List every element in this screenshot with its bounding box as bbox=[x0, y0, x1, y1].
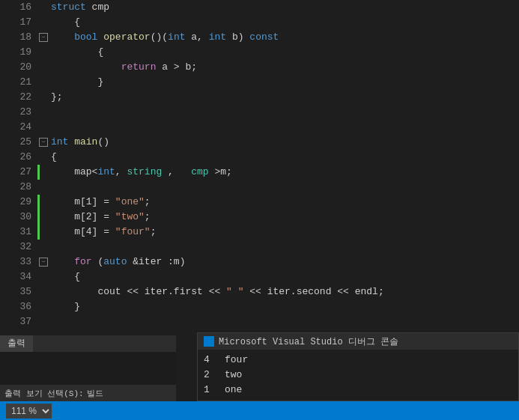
line-number: 17 bbox=[0, 15, 31, 30]
code-line: struct cmp bbox=[48, 0, 519, 15]
gutter-line bbox=[37, 314, 48, 329]
console-line-text: two bbox=[225, 368, 242, 383]
gutter-line bbox=[37, 165, 48, 180]
code-line: }; bbox=[48, 90, 519, 105]
console-line-text: one bbox=[225, 383, 242, 398]
gutter-line bbox=[37, 180, 48, 195]
code-lines[interactable]: struct cmp { bool operator()(int a, int … bbox=[48, 0, 519, 374]
panel-content bbox=[0, 352, 176, 385]
line-number: 37 bbox=[0, 314, 31, 329]
line-number: 23 bbox=[0, 105, 31, 120]
code-line: cout << iter.first << " " << iter.second… bbox=[48, 284, 519, 299]
zoom-dropdown[interactable]: 100 %111 %125 %150 % bbox=[6, 404, 52, 419]
code-line: for (auto &iter :m) bbox=[48, 255, 519, 270]
gutter-line bbox=[37, 195, 48, 210]
panel-footer: 출력 보기 선택(S): 빌드 bbox=[0, 385, 176, 401]
code-line: { bbox=[48, 45, 519, 60]
gutter-line bbox=[37, 0, 48, 15]
code-line bbox=[48, 105, 519, 120]
code-line: { bbox=[48, 270, 519, 284]
gutter-line bbox=[37, 105, 48, 120]
console-line: 4four bbox=[204, 353, 512, 368]
code-container: 1617181920212223242526272829303132333435… bbox=[0, 0, 519, 374]
console-line-num: 2 bbox=[204, 368, 216, 383]
console-overlay: Microsoft Visual Studio 디버그 콘솔 4four2two… bbox=[197, 332, 519, 401]
code-line bbox=[48, 240, 519, 255]
line-number: 22 bbox=[0, 90, 31, 105]
console-line: 2two bbox=[204, 368, 512, 383]
status-bar: 100 %111 %125 %150 % bbox=[0, 401, 519, 420]
gutter-line: − bbox=[37, 255, 48, 270]
collapse-button[interactable]: − bbox=[39, 138, 48, 147]
console-title: Microsoft Visual Studio 디버그 콘솔 bbox=[219, 335, 398, 348]
output-label: 출력 보기 선택(S): bbox=[4, 388, 84, 399]
line-number: 30 bbox=[0, 210, 31, 225]
gutter-line bbox=[37, 120, 48, 135]
gutter-line bbox=[37, 15, 48, 30]
line-number: 31 bbox=[0, 225, 31, 240]
gutter-line bbox=[37, 150, 48, 165]
output-tab[interactable]: 출력 bbox=[0, 335, 33, 352]
line-number: 16 bbox=[0, 0, 31, 15]
line-number: 28 bbox=[0, 180, 31, 195]
gutter-line bbox=[37, 90, 48, 105]
console-line-num: 4 bbox=[204, 353, 216, 368]
zoom-area: 100 %111 %125 %150 % bbox=[6, 404, 52, 419]
gutter: −−− bbox=[37, 0, 48, 374]
editor-area: 1617181920212223242526272829303132333435… bbox=[0, 0, 519, 374]
line-number: 21 bbox=[0, 75, 31, 90]
console-line-num: 1 bbox=[204, 383, 216, 398]
code-line bbox=[48, 120, 519, 135]
line-numbers: 1617181920212223242526272829303132333435… bbox=[0, 0, 37, 374]
gutter-line bbox=[37, 240, 48, 255]
code-line: map<int, string , cmp >m; bbox=[48, 165, 519, 180]
code-line: { bbox=[48, 15, 519, 30]
line-number: 24 bbox=[0, 120, 31, 135]
panel-tab-bar: 출력 bbox=[0, 335, 176, 352]
code-line: { bbox=[48, 150, 519, 165]
gutter-line: − bbox=[37, 135, 48, 150]
line-number: 32 bbox=[0, 240, 31, 255]
console-line: 1one bbox=[204, 383, 512, 398]
code-line: m[2] = "two"; bbox=[48, 210, 519, 225]
gutter-line bbox=[37, 299, 48, 314]
code-line: bool operator()(int a, int b) const bbox=[48, 30, 519, 45]
console-title-bar: Microsoft Visual Studio 디버그 콘솔 bbox=[198, 333, 518, 350]
line-number: 33 bbox=[0, 255, 31, 270]
console-icon bbox=[204, 336, 214, 347]
line-number: 20 bbox=[0, 60, 31, 75]
gutter-line bbox=[37, 60, 48, 75]
line-number: 35 bbox=[0, 284, 31, 299]
console-line-text: four bbox=[225, 353, 248, 368]
gutter-line bbox=[37, 45, 48, 60]
code-line: m[4] = "four"; bbox=[48, 225, 519, 240]
gutter-line bbox=[37, 225, 48, 240]
gutter-line bbox=[37, 284, 48, 299]
console-content: 4four2two1one bbox=[198, 350, 518, 401]
line-number: 29 bbox=[0, 195, 31, 210]
collapse-button[interactable]: − bbox=[39, 33, 48, 42]
gutter-line bbox=[37, 210, 48, 225]
code-line: m[1] = "one"; bbox=[48, 195, 519, 210]
gutter-line bbox=[37, 75, 48, 90]
line-number: 18 bbox=[0, 30, 31, 45]
line-number: 26 bbox=[0, 150, 31, 165]
line-number: 34 bbox=[0, 270, 31, 284]
output-dropdown[interactable]: 빌드 bbox=[87, 388, 103, 399]
code-line: return a > b; bbox=[48, 60, 519, 75]
code-line: } bbox=[48, 299, 519, 314]
line-number: 36 bbox=[0, 299, 31, 314]
line-number: 19 bbox=[0, 45, 31, 60]
line-number: 25 bbox=[0, 135, 31, 150]
code-line: } bbox=[48, 75, 519, 90]
code-line bbox=[48, 314, 519, 329]
line-number: 27 bbox=[0, 165, 31, 180]
code-line bbox=[48, 180, 519, 195]
gutter-line: − bbox=[37, 30, 48, 45]
gutter-line bbox=[37, 270, 48, 284]
code-line: int main() bbox=[48, 135, 519, 150]
collapse-button[interactable]: − bbox=[39, 258, 48, 267]
bottom-panel: 출력 출력 보기 선택(S): 빌드 bbox=[0, 335, 176, 401]
